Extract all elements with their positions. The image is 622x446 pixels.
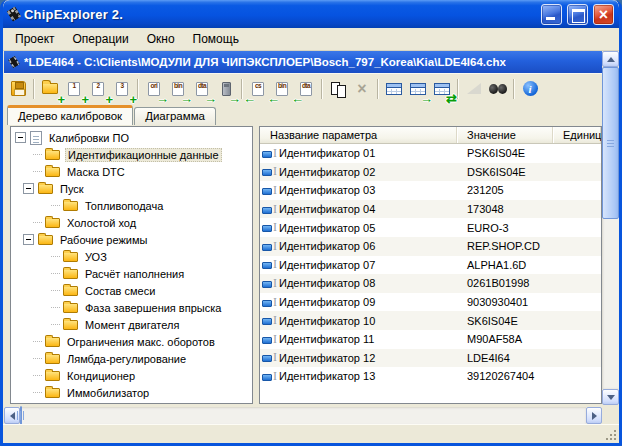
column-header-value[interactable]: Значение [457,127,553,143]
table-row[interactable]: Идентификатор 099030930401 [260,293,601,312]
folder-icon [63,269,78,279]
maximize-button[interactable] [567,4,588,25]
horizontal-scroll-thumb[interactable] [20,406,22,425]
import-arrow-glyph: ← [291,94,304,104]
tree-item-lambda-control[interactable]: Лямбда-регулирование [11,350,252,367]
parameter-name: Идентификатор 03 [279,184,375,196]
table-row[interactable]: Идентификатор 01PSK6IS04E [260,144,601,163]
vertical-scroll-thumb[interactable] [602,67,619,219]
left-arrow-icon [10,412,15,420]
column-header-name[interactable]: Название параметра [260,127,457,143]
export-ori-label: ori [149,82,159,89]
add-map-1-button[interactable]: 1+ [62,77,86,101]
tree-item-immobilizer[interactable]: Иммобилизатор [11,384,252,401]
export-ori-button[interactable]: ori→ [142,77,166,101]
info-button[interactable]: i [518,77,542,101]
table-row[interactable]: Идентификатор 02DSK6IS04E [260,163,601,182]
parameter-icon [262,258,277,271]
horizontal-scrollbar[interactable] [4,407,602,424]
tree-item-injection-end-phase[interactable]: Фаза завершения впрыска [11,299,252,316]
menu-operations[interactable]: Операции [64,29,138,49]
export-bin-button[interactable]: bin→ [166,77,190,101]
tree-connector [51,256,60,257]
collapse-icon[interactable] [15,132,26,143]
table-export-button[interactable]: → [406,77,430,101]
folder-icon [38,235,53,245]
resize-grip[interactable] [605,429,617,441]
table-sync-button[interactable]: ⇄ [430,77,454,101]
tab-calibration-tree[interactable]: Дерево калибровок [7,105,133,125]
toolbar: + 1+ 2+ 3+ ori→ bin→ dta→ → cs← bin← dta… [4,73,602,103]
export-device-button[interactable]: → [214,77,238,101]
tree-item-max-rpm-limits[interactable]: Ограничения макс. оборотов [11,333,252,350]
close-button[interactable] [593,4,614,25]
tree-item-label: Фаза завершения впрыска [83,302,223,314]
tree-item-mixture-composition[interactable]: Состав смеси [11,282,252,299]
table-row[interactable]: Идентификатор 07ALPHA1.6D [260,256,601,275]
menu-project[interactable]: Проект [6,29,64,49]
menu-window[interactable]: Окно [138,29,184,49]
import-dta-button[interactable]: dta← [294,77,318,101]
parameter-value: M90AF58A [457,333,553,345]
parameter-icon [262,351,277,364]
tree-root[interactable]: Калибровки ПО [11,129,252,146]
toolbar-separator [377,79,379,99]
minimize-button[interactable] [541,4,562,25]
parameter-icon [262,240,277,253]
collapse-icon[interactable] [23,183,34,194]
scroll-up-button[interactable] [602,51,619,67]
search-button[interactable] [486,77,510,101]
vertical-scrollbar[interactable] [602,51,619,424]
tree-connector [33,222,42,223]
tree-connector [51,273,60,274]
parameter-value: DSK6IS04E [457,166,553,178]
tree-item-identification-data[interactable]: Идентификационные данные [11,146,252,163]
save-button[interactable] [6,77,30,101]
table-row[interactable]: Идентификатор 05EURO-3 [260,218,601,237]
document-icon [30,131,42,145]
tree-item-dtc-mask[interactable]: Маска DTC [11,163,252,180]
delete-icon: × [357,80,366,98]
table-row[interactable]: Идентификатор 03231205 [260,181,601,200]
tree-item-start[interactable]: Пуск [11,180,252,197]
table-row[interactable]: Идентификатор 080261B01998 [260,274,601,293]
collapse-icon[interactable] [23,234,34,245]
tree-item-label: Пуск [58,183,86,195]
table-row[interactable]: Идентификатор 1339120267404 [260,367,601,386]
menu-help[interactable]: Помощь [184,29,248,49]
horizontal-scroll-track[interactable] [20,407,586,424]
add-map-2-button[interactable]: 2+ [86,77,110,101]
tree-item-engine-torque[interactable]: Момент двигателя [11,316,252,333]
tree-item-fill-calculation[interactable]: Расчёт наполнения [11,265,252,282]
tree-item-idle[interactable]: Холостой ход [11,214,252,231]
add-folder-button[interactable]: + [38,77,62,101]
scroll-down-button[interactable] [602,389,619,405]
tree-connector [33,358,42,359]
add-map-3-button[interactable]: 3+ [110,77,134,101]
folder-icon [63,320,78,330]
tree-item-operating-modes[interactable]: Рабочие режимы [11,231,252,248]
column-header-units[interactable]: Единиц [553,127,601,143]
map-table-button[interactable] [382,77,406,101]
tree-item-label: Расчёт наполнения [83,268,186,280]
folder-icon [45,150,60,160]
toolbar-separator [33,79,35,99]
table-row[interactable]: Идентификатор 12LDE4I64 [260,349,601,368]
export-dta-button[interactable]: dta→ [190,77,214,101]
scroll-right-button[interactable] [586,407,602,424]
compare-button[interactable] [326,77,350,101]
info-icon: i [523,81,538,96]
vertical-scroll-track[interactable] [602,67,619,389]
import-dta-label: dta [301,82,311,89]
table-row[interactable]: Идентификатор 04173048 [260,200,601,219]
tree-item-air-conditioner[interactable]: Кондиционер [11,367,252,384]
tab-diagram[interactable]: Диаграмма [134,107,216,125]
table-row[interactable]: Идентификатор 11M90AF58A [260,330,601,349]
tree-item-fuel-delivery[interactable]: Топливоподача [11,197,252,214]
tree-item-ignition-advance[interactable]: УОЗ [11,248,252,265]
table-row[interactable]: Идентификатор 10SK6IS04E [260,311,601,330]
status-bar [3,424,619,443]
table-row[interactable]: Идентификатор 06REP.SHOP.CD [260,237,601,256]
export-bin-label: bin [173,82,183,89]
delete-button: × [350,77,374,101]
